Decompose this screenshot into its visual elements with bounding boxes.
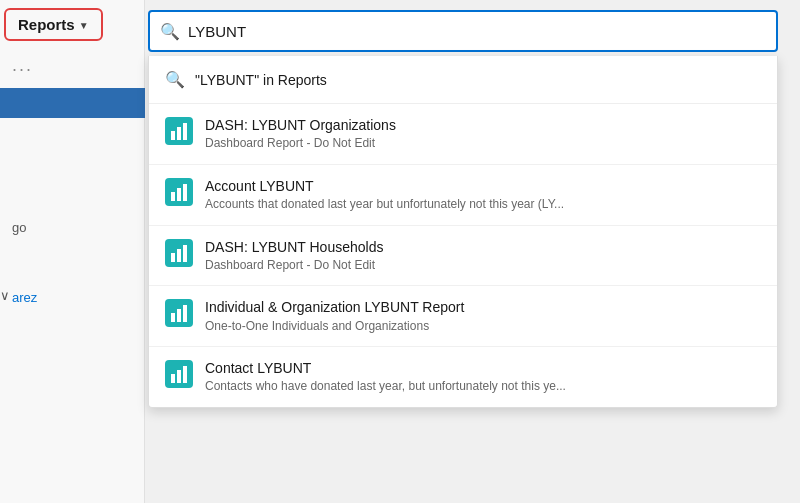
- result-text: Individual & Organization LYBUNT Report …: [205, 298, 464, 334]
- svg-rect-19: [183, 366, 187, 383]
- search-dropdown: 🔍 "LYBUNT" in Reports DASH: LYBUNT Organ…: [148, 56, 778, 408]
- result-title: Account LYBUNT: [205, 177, 564, 195]
- svg-rect-1: [171, 131, 175, 140]
- result-text: Contact LYBUNT Contacts who have donated…: [205, 359, 566, 395]
- list-item[interactable]: Contact LYBUNT Contacts who have donated…: [149, 347, 777, 407]
- report-icon: [165, 239, 193, 267]
- svg-rect-5: [171, 192, 175, 201]
- svg-rect-9: [171, 253, 175, 262]
- sidebar-dots: ...: [12, 55, 33, 76]
- search-input[interactable]: [188, 23, 766, 40]
- reports-dropdown-chevron: ▼: [79, 20, 89, 31]
- sidebar-item-arez: arez: [12, 290, 37, 305]
- report-icon: [165, 299, 193, 327]
- svg-rect-18: [177, 370, 181, 383]
- svg-rect-7: [183, 184, 187, 201]
- list-item[interactable]: DASH: LYBUNT Organizations Dashboard Rep…: [149, 104, 777, 165]
- svg-rect-15: [183, 305, 187, 322]
- result-subtitle: Dashboard Report - Do Not Edit: [205, 136, 396, 152]
- svg-rect-6: [177, 188, 181, 201]
- svg-rect-2: [177, 127, 181, 140]
- svg-rect-13: [171, 313, 175, 322]
- svg-rect-3: [183, 123, 187, 140]
- result-text: DASH: LYBUNT Households Dashboard Report…: [205, 238, 383, 274]
- sidebar-item-go: go: [12, 220, 26, 235]
- dropdown-search-in-reports-row[interactable]: 🔍 "LYBUNT" in Reports: [149, 56, 777, 104]
- search-icon: 🔍: [160, 22, 180, 41]
- svg-rect-14: [177, 309, 181, 322]
- result-title: Individual & Organization LYBUNT Report: [205, 298, 464, 316]
- result-text: DASH: LYBUNT Organizations Dashboard Rep…: [205, 116, 396, 152]
- sidebar-chevron: ∨: [0, 288, 10, 303]
- reports-button-wrapper[interactable]: Reports ▼: [4, 8, 103, 41]
- report-icon: [165, 178, 193, 206]
- dropdown-search-icon: 🔍: [165, 70, 185, 89]
- svg-rect-10: [177, 249, 181, 262]
- list-item[interactable]: DASH: LYBUNT Households Dashboard Report…: [149, 226, 777, 287]
- result-subtitle: Contacts who have donated last year, but…: [205, 379, 566, 395]
- svg-rect-17: [171, 374, 175, 383]
- result-title: DASH: LYBUNT Households: [205, 238, 383, 256]
- dropdown-search-text: "LYBUNT" in Reports: [195, 72, 327, 88]
- result-subtitle: Dashboard Report - Do Not Edit: [205, 258, 383, 274]
- report-icon: [165, 117, 193, 145]
- reports-label: Reports: [18, 16, 75, 33]
- result-title: Contact LYBUNT: [205, 359, 566, 377]
- report-icon: [165, 360, 193, 388]
- svg-rect-11: [183, 245, 187, 262]
- result-title: DASH: LYBUNT Organizations: [205, 116, 396, 134]
- search-bar-container: 🔍: [148, 10, 778, 52]
- list-item[interactable]: Account LYBUNT Accounts that donated las…: [149, 165, 777, 226]
- list-item[interactable]: Individual & Organization LYBUNT Report …: [149, 286, 777, 347]
- reports-button[interactable]: Reports ▼: [10, 12, 97, 37]
- page-wrapper: ... ∨ go arez Reports ▼ 🔍 🔍 "LYBUNT" in …: [0, 0, 800, 503]
- sidebar-accent-bar: [0, 88, 145, 118]
- result-subtitle: Accounts that donated last year but unfo…: [205, 197, 564, 213]
- result-text: Account LYBUNT Accounts that donated las…: [205, 177, 564, 213]
- result-subtitle: One-to-One Individuals and Organizations: [205, 319, 464, 335]
